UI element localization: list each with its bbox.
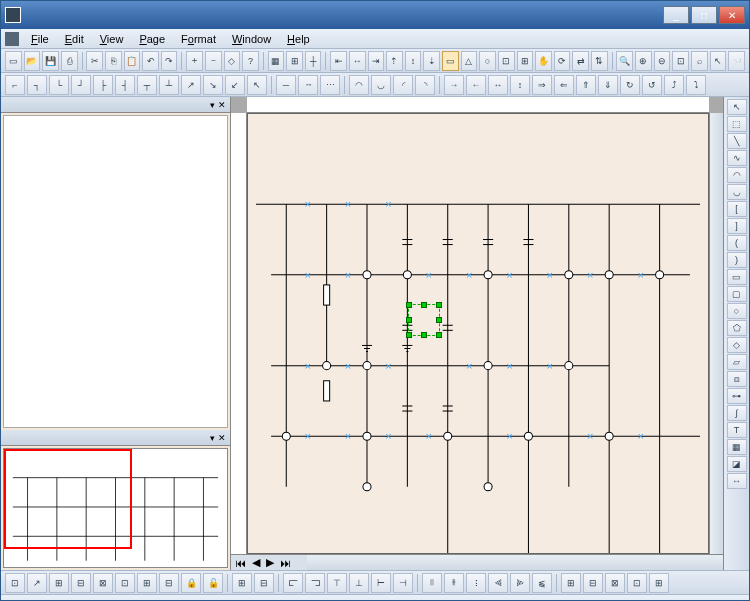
arrow-3-button[interactable]: ↔ [488,75,508,95]
menu-window[interactable]: Window [224,31,279,47]
bt-size4[interactable]: ⊡ [627,573,647,593]
parallelogram-tool[interactable]: ▱ [727,354,747,370]
menu-format[interactable]: Format [173,31,224,47]
pan-canvas[interactable] [3,448,228,568]
polyline-tool[interactable]: ∿ [727,150,747,166]
bt-dist3[interactable]: ⫶ [466,573,486,593]
redo-button[interactable]: ↷ [161,51,178,71]
minimize-button[interactable]: _ [663,6,689,24]
conn-4-button[interactable]: ┘ [71,75,91,95]
bt-size5[interactable]: ⊞ [649,573,669,593]
bt-dist5[interactable]: ⫸ [510,573,530,593]
drawing-canvas[interactable]: ××× ×××××××× ×××××× ××××××× [247,113,709,554]
bt-8[interactable]: ⊟ [159,573,179,593]
arrow-6-button[interactable]: ⇐ [554,75,574,95]
page-prev-icon[interactable]: ◀ [252,556,260,569]
curve-tool[interactable]: ∫ [727,405,747,421]
snap-button[interactable]: ⊞ [286,51,303,71]
bt-5[interactable]: ⊠ [93,573,113,593]
bt-al3[interactable]: ⊤ [327,573,347,593]
arc-1-button[interactable]: ◠ [349,75,369,95]
ellipse-tool[interactable]: ○ [727,303,747,319]
rotate-button[interactable]: ⟳ [554,51,571,71]
line-style-2[interactable]: ╌ [298,75,318,95]
toolbox-pin-icon[interactable]: ▾ [210,100,215,110]
rounded-rect-tool[interactable]: ▢ [727,286,747,302]
paste-button[interactable]: 📋 [124,51,141,71]
zoom1-button[interactable]: 🔍 [616,51,633,71]
conn-7-button[interactable]: ┬ [137,75,157,95]
bt-group[interactable]: ⊞ [232,573,252,593]
arrow-8-button[interactable]: ⇓ [598,75,618,95]
page-next-icon[interactable]: ▶ [266,556,274,569]
arc-3-button[interactable]: ◜ [393,75,413,95]
connector-tool[interactable]: ⊶ [727,388,747,404]
save-button[interactable]: 💾 [42,51,59,71]
bt-7[interactable]: ⊞ [137,573,157,593]
paren-r-tool[interactable]: ) [727,252,747,268]
bracket-l-tool[interactable]: [ [727,201,747,217]
conn-11-button[interactable]: ↙ [225,75,245,95]
conn-12-button[interactable]: ↖ [247,75,267,95]
arc-2-button[interactable]: ◡ [371,75,391,95]
menu-edit[interactable]: Edit [57,31,92,47]
text-tool[interactable]: T [727,422,747,438]
conn-6-button[interactable]: ┤ [115,75,135,95]
dim-tool[interactable]: ↔ [727,473,747,489]
circle-tool-button[interactable]: ○ [479,51,496,71]
menu-page[interactable]: Page [131,31,173,47]
zoom-sel-button[interactable]: ⌕ [691,51,708,71]
bt-dist4[interactable]: ⫷ [488,573,508,593]
zoom-minus-button[interactable]: ⊖ [654,51,671,71]
polygon-tool[interactable]: ⬠ [727,320,747,336]
conn-8-button[interactable]: ┴ [159,75,179,95]
line-tool[interactable]: ╲ [727,133,747,149]
line-style-1[interactable]: ─ [276,75,296,95]
conn-1-button[interactable]: ⌐ [5,75,25,95]
image-tool[interactable]: ▦ [727,439,747,455]
select-button[interactable]: ◇ [224,51,241,71]
undo-button[interactable]: ↶ [142,51,159,71]
bt-4[interactable]: ⊟ [71,573,91,593]
conn-10-button[interactable]: ↘ [203,75,223,95]
align-middle-button[interactable]: ↕ [405,51,422,71]
ole-tool[interactable]: ◪ [727,456,747,472]
bt-unlock[interactable]: 🔓 [203,573,223,593]
arrow-12-button[interactable]: ⤵ [686,75,706,95]
conn-3-button[interactable]: └ [49,75,69,95]
page-last-icon[interactable]: ⏭ [280,557,291,569]
menu-view[interactable]: View [92,31,132,47]
grid-button[interactable]: ▦ [268,51,285,71]
pointer-tool[interactable]: ↖ [727,99,747,115]
conn-2-button[interactable]: ┐ [27,75,47,95]
bt-1[interactable]: ⊡ [5,573,25,593]
arrow-11-button[interactable]: ⤴ [664,75,684,95]
arrow-5-button[interactable]: ⇒ [532,75,552,95]
rect-tool[interactable]: ▭ [727,269,747,285]
vertical-scrollbar[interactable] [709,113,723,554]
copy-button[interactable]: ⎘ [105,51,122,71]
bt-al1[interactable]: ⫍ [283,573,303,593]
diamond-tool[interactable]: ◇ [727,337,747,353]
zoom-in-button[interactable]: ＋ [186,51,203,71]
rect-tool-button[interactable]: ▭ [442,51,459,71]
arc-4-button[interactable]: ◝ [415,75,435,95]
pan-close-icon[interactable]: ✕ [218,433,226,443]
align-bottom-button[interactable]: ⇣ [423,51,440,71]
arrow-9-button[interactable]: ↻ [620,75,640,95]
bt-2[interactable]: ↗ [27,573,47,593]
cut-button[interactable]: ✂ [86,51,103,71]
flip-v-button[interactable]: ⇅ [591,51,608,71]
crop-tool-button[interactable]: ⊡ [498,51,515,71]
pan-tool-button[interactable]: ✋ [535,51,552,71]
arc-tool[interactable]: ◠ [727,167,747,183]
menu-help[interactable]: Help [279,31,318,47]
align-left-button[interactable]: ⇤ [330,51,347,71]
bt-dist1[interactable]: ⫴ [422,573,442,593]
guides-button[interactable]: ┼ [305,51,322,71]
bracket-r-tool[interactable]: ] [727,218,747,234]
arrow-2-button[interactable]: ← [466,75,486,95]
bt-al2[interactable]: ⫎ [305,573,325,593]
selection-box[interactable] [408,304,440,336]
hand-button[interactable]: ☜ [728,51,745,71]
